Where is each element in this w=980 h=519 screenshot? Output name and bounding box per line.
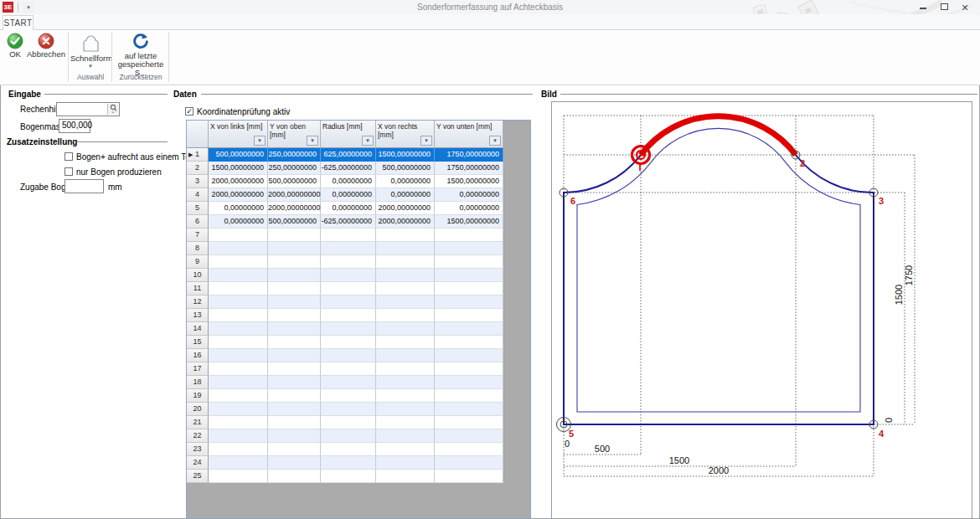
grid-cell[interactable]: 250,00000000	[268, 162, 321, 175]
grid-cell[interactable]	[268, 255, 321, 269]
row-header[interactable]: 15	[187, 336, 209, 349]
grid-cell[interactable]	[268, 282, 321, 295]
checkbox-bogen-aufrecht[interactable]	[64, 152, 73, 161]
grid-column-header[interactable]: Y von oben [mm] ▾	[268, 121, 321, 148]
grid-cell[interactable]	[376, 349, 435, 362]
ok-button[interactable]: OK	[3, 32, 27, 59]
grid-cell[interactable]: 0,00000000	[321, 175, 376, 188]
row-header[interactable]: 11	[187, 282, 209, 295]
grid-cell[interactable]	[376, 416, 435, 429]
row-header[interactable]: 16	[187, 349, 209, 362]
row-header[interactable]: 17	[187, 362, 209, 376]
grid-cell[interactable]	[268, 456, 321, 470]
grid-cell[interactable]: 1750,00000000	[435, 148, 503, 162]
grid-cell[interactable]	[376, 362, 435, 376]
grid-cell[interactable]	[435, 269, 503, 282]
grid-cell[interactable]	[209, 389, 268, 403]
grid-cell[interactable]	[209, 295, 268, 309]
grid-cell[interactable]	[268, 362, 321, 376]
grid-cell[interactable]	[268, 443, 321, 456]
grid-cell[interactable]: 0,00000000	[321, 202, 376, 215]
grid-cell[interactable]	[435, 242, 503, 255]
grid-cell[interactable]	[321, 282, 376, 295]
grid-cell[interactable]: 500,00000000	[268, 175, 321, 188]
row-header[interactable]: 4	[187, 188, 209, 202]
grid-cell[interactable]	[376, 376, 435, 389]
rechenhilfe-lookup-button[interactable]	[107, 104, 118, 115]
grid-cell[interactable]	[321, 229, 376, 242]
grid-cell[interactable]	[268, 242, 321, 255]
grid-cell[interactable]	[321, 403, 376, 416]
row-header[interactable]: 18	[187, 376, 209, 389]
grid-cell[interactable]	[435, 295, 503, 309]
column-filter-button[interactable]: ▾	[489, 136, 501, 146]
grid-cell[interactable]	[209, 242, 268, 255]
grid-cell[interactable]	[209, 376, 268, 389]
grid-cell[interactable]	[268, 389, 321, 403]
grid-cell[interactable]	[268, 470, 321, 483]
grid-cell[interactable]: 2000,00000000	[268, 188, 321, 202]
grid-cell[interactable]: 0,00000000	[376, 188, 435, 202]
grid-cell[interactable]	[435, 429, 503, 443]
grid-cell[interactable]: 500,00000000	[268, 215, 321, 229]
row-header[interactable]: 14	[187, 322, 209, 336]
grid-cell[interactable]	[321, 255, 376, 269]
row-header[interactable]: 12	[187, 295, 209, 309]
column-filter-button[interactable]: ▾	[254, 136, 266, 146]
grid-cell[interactable]	[376, 322, 435, 336]
grid-cell[interactable]	[321, 349, 376, 362]
grid-cell[interactable]	[209, 470, 268, 483]
row-header[interactable]: 6	[187, 215, 209, 229]
grid-cell[interactable]	[209, 255, 268, 269]
reset-button[interactable]: auf letzte gespeicherte S...	[114, 32, 168, 77]
quickshape-button[interactable]: Schnellform ▾	[70, 32, 111, 69]
grid-cell[interactable]	[321, 336, 376, 349]
rechenhilfe-input[interactable]	[56, 102, 120, 116]
column-filter-button[interactable]: ▾	[420, 136, 432, 146]
grid-cell[interactable]: 250,00000000	[268, 148, 321, 162]
grid-cell[interactable]	[376, 255, 435, 269]
row-header[interactable]: 10	[187, 269, 209, 282]
grid-cell[interactable]	[321, 470, 376, 483]
grid-cell[interactable]: 0,00000000	[209, 215, 268, 229]
grid-cell[interactable]	[268, 429, 321, 443]
grid-cell[interactable]: 500,00000000	[376, 162, 435, 175]
grid-cell[interactable]	[435, 403, 503, 416]
grid-cell[interactable]	[321, 242, 376, 255]
grid-cell[interactable]	[321, 443, 376, 456]
grid-cell[interactable]: 2000,00000000	[376, 202, 435, 215]
grid-cell[interactable]	[435, 456, 503, 470]
grid-cell[interactable]	[268, 269, 321, 282]
close-button[interactable]: ✕	[957, 3, 973, 13]
tab-start[interactable]: START	[3, 15, 34, 30]
grid-cell[interactable]	[209, 269, 268, 282]
grid-cell[interactable]: 1750,00000000	[435, 162, 503, 175]
grid-cell[interactable]: 500,00000000	[209, 148, 268, 162]
grid-cell[interactable]: 0,00000000	[435, 202, 503, 215]
row-header[interactable]: 13	[187, 309, 209, 322]
column-filter-button[interactable]: ▾	[307, 136, 318, 146]
grid-cell[interactable]	[321, 269, 376, 282]
grid-cell[interactable]	[376, 429, 435, 443]
grid-cell[interactable]	[268, 229, 321, 242]
grid-cell[interactable]	[376, 470, 435, 483]
grid-cell[interactable]	[376, 456, 435, 470]
grid-cell[interactable]	[321, 362, 376, 376]
grid-cell[interactable]	[209, 429, 268, 443]
row-header[interactable]: 23	[187, 443, 209, 456]
row-header[interactable]: 21	[187, 416, 209, 429]
grid-cell[interactable]	[209, 309, 268, 322]
grid-cell[interactable]	[321, 376, 376, 389]
grid-cell[interactable]: 0,00000000	[435, 188, 503, 202]
row-header[interactable]: 20	[187, 403, 209, 416]
grid-cell[interactable]	[435, 416, 503, 429]
grid-cell[interactable]	[435, 470, 503, 483]
grid-cell[interactable]	[268, 295, 321, 309]
grid-cell[interactable]	[268, 376, 321, 389]
grid-cell[interactable]: 0,00000000	[209, 202, 268, 215]
grid-cell[interactable]	[209, 443, 268, 456]
row-header[interactable]: 24	[187, 456, 209, 470]
row-header[interactable]: 25	[187, 470, 209, 483]
checkbox-nur-bogen[interactable]	[64, 167, 73, 176]
grid-cell[interactable]: 1500,00000000	[376, 148, 435, 162]
